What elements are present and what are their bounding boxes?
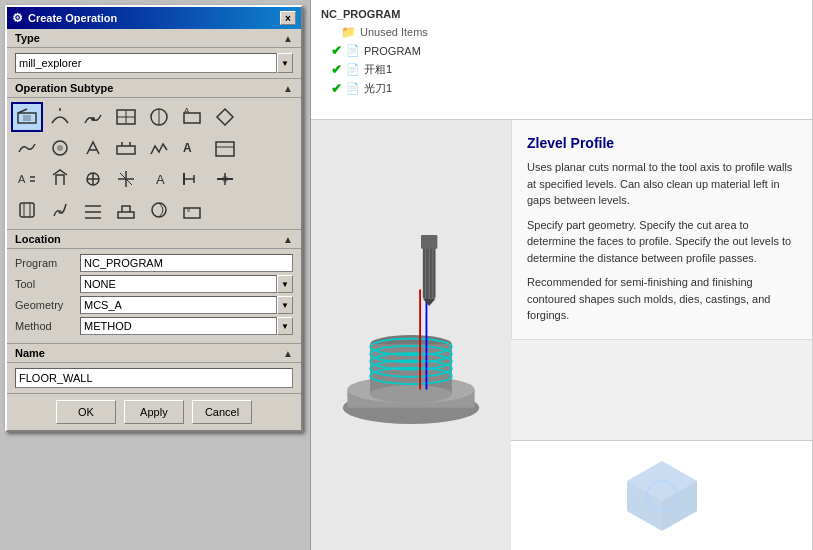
op-icon-1[interactable] xyxy=(11,102,43,132)
svg-rect-27 xyxy=(23,115,31,121)
program-field-label: Program xyxy=(15,257,80,269)
tool-dropdown-arrow[interactable]: ▼ xyxy=(277,275,293,293)
name-section: FLOOR_WALL xyxy=(7,363,301,394)
close-button[interactable]: × xyxy=(280,11,296,25)
geometry-input[interactable] xyxy=(80,296,277,314)
location-collapse-button[interactable]: ▲ xyxy=(283,234,293,245)
geometry-dropdown: ▼ xyxy=(80,296,293,314)
svg-rect-69 xyxy=(118,212,134,218)
name-input[interactable] xyxy=(15,368,293,388)
program-label: PROGRAM xyxy=(364,45,421,57)
tool-dropdown: ▼ xyxy=(80,275,293,293)
op-icon-10[interactable] xyxy=(77,133,109,163)
op-icon-12[interactable] xyxy=(143,133,175,163)
folder-icon: 📁 xyxy=(341,25,356,39)
op-icon-8[interactable] xyxy=(11,133,43,163)
type-collapse-button[interactable]: ▲ xyxy=(283,33,293,44)
bottom-icon-area xyxy=(511,440,813,550)
type-dropdown-arrow[interactable]: ▼ xyxy=(277,53,293,73)
svg-point-70 xyxy=(152,203,166,217)
op-icon-21[interactable] xyxy=(209,164,241,194)
svg-text:A: A xyxy=(18,173,26,185)
dialog-icon: ⚙ xyxy=(12,11,23,25)
blue-cube-icon xyxy=(622,456,702,536)
op-icon-23[interactable] xyxy=(44,195,76,225)
operation-title: Zlevel Profile xyxy=(527,135,798,151)
tool-preview-area xyxy=(311,120,511,550)
op-icon-17[interactable] xyxy=(77,164,109,194)
ok-button[interactable]: OK xyxy=(56,400,116,424)
subtype-collapse-button[interactable]: ▲ xyxy=(283,83,293,94)
svg-point-65 xyxy=(58,210,62,214)
op-icon-26[interactable] xyxy=(143,195,175,225)
svg-rect-44 xyxy=(216,142,234,156)
svg-point-38 xyxy=(57,145,63,151)
geometry-dropdown-arrow[interactable]: ▼ xyxy=(277,296,293,314)
op-icon-7[interactable] xyxy=(209,102,241,132)
right-panel: NC_PROGRAM 📁 Unused Items ✔ 📄 PROGRAM ✔ … xyxy=(310,0,813,550)
description-text-1: Uses planar cuts normal to the tool axis… xyxy=(527,159,798,209)
check-icon-guangdao: ✔ xyxy=(331,81,342,96)
guangdao-item[interactable]: ✔ 📄 光刀1 xyxy=(316,79,808,98)
op-icon-15[interactable]: A xyxy=(11,164,43,194)
svg-text:A: A xyxy=(183,141,192,155)
op-icon-27[interactable] xyxy=(176,195,208,225)
apply-button[interactable]: Apply xyxy=(124,400,184,424)
unused-items-label: Unused Items xyxy=(360,26,428,38)
op-icon-2[interactable] xyxy=(44,102,76,132)
method-dropdown: ▼ xyxy=(80,317,293,335)
check-icon-kaicu: ✔ xyxy=(331,62,342,77)
svg-rect-40 xyxy=(117,146,135,154)
program-item[interactable]: ✔ 📄 PROGRAM xyxy=(316,41,808,60)
nc-program-title: NC_PROGRAM xyxy=(316,5,808,23)
description-panel: Zlevel Profile Uses planar cuts normal t… xyxy=(511,120,813,340)
type-label: Type xyxy=(15,32,40,44)
op-icon-9[interactable] xyxy=(44,133,76,163)
op-icon-16[interactable] xyxy=(44,164,76,194)
op-icon-22[interactable] xyxy=(11,195,43,225)
op-icon-24[interactable] xyxy=(77,195,109,225)
kaicu-item[interactable]: ✔ 📄 开粗1 xyxy=(316,60,808,79)
op-icon-6[interactable]: A xyxy=(176,102,208,132)
type-dropdown-value: mill_explorer xyxy=(19,57,81,69)
op-icon-4[interactable] xyxy=(110,102,142,132)
op-icon-19[interactable]: A xyxy=(143,164,175,194)
op-icon-3[interactable] xyxy=(77,102,109,132)
op-icon-25[interactable] xyxy=(110,195,142,225)
tool-field-label: Tool xyxy=(15,278,80,290)
cancel-button[interactable]: Cancel xyxy=(192,400,252,424)
method-row: Method ▼ xyxy=(15,317,293,335)
location-label: Location xyxy=(15,233,61,245)
op-icon-11[interactable] xyxy=(110,133,142,163)
op-icon-5[interactable] xyxy=(143,102,175,132)
svg-point-5 xyxy=(370,385,452,403)
unused-items-item[interactable]: 📁 Unused Items xyxy=(316,23,808,41)
check-icon-program: ✔ xyxy=(331,43,342,58)
location-section: Program NC_PROGRAM Tool ▼ Geometry ▼ Met… xyxy=(7,249,301,344)
program-input[interactable] xyxy=(80,254,293,272)
op-icon-14[interactable] xyxy=(209,133,241,163)
op-icon-18[interactable] xyxy=(110,164,142,194)
tool-illustration-svg xyxy=(321,235,501,435)
method-dropdown-arrow[interactable]: ▼ xyxy=(277,317,293,335)
op-icon-13[interactable]: A xyxy=(176,133,208,163)
type-dropdown-wrap: mill_explorer ▼ xyxy=(15,53,293,73)
type-dropdown[interactable]: mill_explorer xyxy=(15,53,277,73)
op-icon-20[interactable] xyxy=(176,164,208,194)
subtype-section-header: Operation Subtype ▲ xyxy=(7,79,301,98)
tool-input[interactable] xyxy=(80,275,277,293)
name-collapse-button[interactable]: ▲ xyxy=(283,348,293,359)
location-section-header: Location ▲ xyxy=(7,230,301,249)
tool-row: Tool ▼ xyxy=(15,275,293,293)
svg-text:A: A xyxy=(184,106,190,115)
svg-point-61 xyxy=(222,176,228,182)
kaicu-label: 开粗1 xyxy=(364,62,392,77)
method-input[interactable] xyxy=(80,317,277,335)
button-row: OK Apply Cancel xyxy=(7,394,301,430)
svg-point-29 xyxy=(91,117,95,121)
svg-text:A: A xyxy=(156,172,165,187)
file-icon-program: 📄 xyxy=(346,44,360,57)
subtype-label: Operation Subtype xyxy=(15,82,113,94)
program-row: Program NC_PROGRAM xyxy=(15,254,293,272)
svg-rect-18 xyxy=(421,235,437,249)
